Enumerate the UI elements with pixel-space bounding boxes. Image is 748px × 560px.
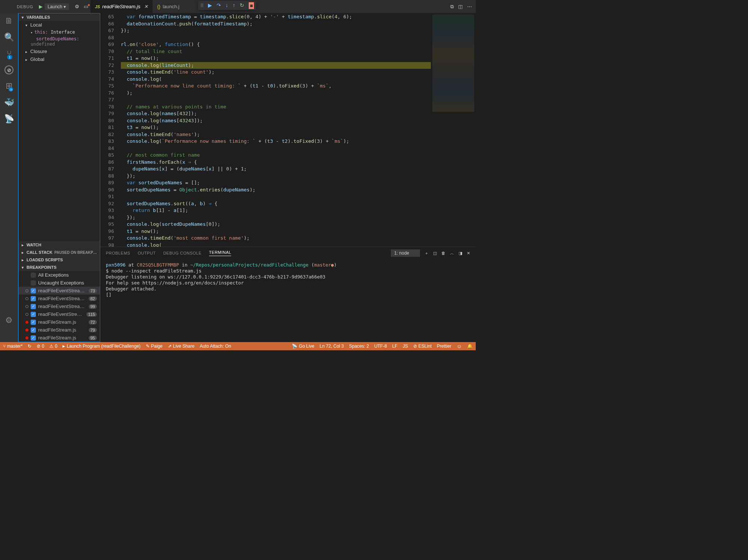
var-sorteddupenames[interactable]: sortedDupeNames: undefined	[19, 36, 100, 47]
sb-autoattach[interactable]: Auto Attach: On	[200, 344, 231, 349]
bp-all-exceptions[interactable]: All Exceptions	[19, 271, 100, 279]
breakpoint-toggle-icon[interactable]: ▭	[82, 4, 91, 9]
code-editor[interactable]: 6566676869707172737475767778798081828384…	[100, 13, 476, 247]
sb-golive[interactable]: 📡 Go Live	[292, 344, 314, 349]
sb-paige[interactable]: ✎ Paige	[146, 344, 163, 349]
sb-feedback[interactable]: ☺	[457, 343, 462, 349]
sb-spaces[interactable]: Spaces: 2	[349, 344, 369, 349]
closure-scope[interactable]: Closure	[19, 47, 100, 55]
sb-liveshare[interactable]: ⇗ Live Share	[168, 344, 194, 349]
editor-area: 6566676869707172737475767778798081828384…	[100, 13, 476, 342]
line-gutter[interactable]: 6566676869707172737475767778798081828384…	[100, 13, 121, 247]
breakpoint-item[interactable]: ✓readFileEventStrea…82	[19, 295, 100, 302]
js-icon: JS	[95, 4, 100, 9]
editor-actions: ⧉ ◫ ⋯	[450, 4, 476, 10]
global-scope[interactable]: Global	[19, 55, 100, 63]
tab-launch-json[interactable]: {} launch.j	[153, 0, 184, 13]
debug-label: DEBUG	[0, 4, 37, 9]
variables-header[interactable]: VARIABLES	[19, 13, 100, 21]
bp-indicator-icon	[25, 305, 28, 308]
sb-prettier[interactable]: Prettier	[437, 344, 451, 349]
more-icon[interactable]: ⋯	[467, 4, 472, 10]
breakpoint-item[interactable]: ✓readFileEventStre…115	[19, 310, 100, 318]
gear-icon[interactable]: ⚙	[73, 4, 82, 9]
new-terminal-icon[interactable]: ＋	[424, 250, 429, 256]
tab-output[interactable]: OUTPUT	[138, 251, 156, 255]
bp-indicator-icon	[25, 313, 28, 316]
debug-icon[interactable]: ⊘	[4, 65, 13, 74]
loaded-scripts-header[interactable]: LOADED SCRIPTS	[19, 256, 100, 264]
extensions-icon[interactable]: ⊞◷	[6, 81, 12, 91]
terminal-select[interactable]: 1: node	[391, 249, 420, 257]
breakpoints-header[interactable]: BREAKPOINTS	[19, 264, 100, 271]
sb-position[interactable]: Ln 72, Col 3	[320, 344, 344, 349]
drag-handle-icon[interactable]: ⁞⁞	[200, 2, 203, 9]
close-panel-icon[interactable]: ✕	[467, 251, 470, 256]
code-content[interactable]: var formattedTimestamp = timestamp.slice…	[121, 13, 431, 247]
checkbox[interactable]: ✓	[31, 327, 36, 333]
minimap[interactable]	[431, 13, 476, 247]
restart-icon[interactable]: ↻	[240, 2, 244, 9]
compare-icon[interactable]: ⧉	[450, 4, 454, 10]
liveshare-icon[interactable]: 📡	[4, 114, 14, 124]
checkbox[interactable]: ✓	[31, 312, 36, 317]
checkbox[interactable]	[31, 280, 36, 286]
close-icon[interactable]: ✕	[144, 4, 148, 9]
bp-indicator-icon	[25, 297, 28, 300]
sb-bell[interactable]: 🔔	[467, 344, 473, 349]
sb-errors[interactable]: ⊘ 0	[37, 344, 44, 349]
sb-lang[interactable]: JS	[403, 344, 408, 349]
json-icon: {}	[157, 4, 160, 9]
launch-config-select[interactable]: Launch ▾	[45, 3, 69, 10]
step-out-icon[interactable]: ↑	[233, 2, 235, 9]
debug-toolbar[interactable]: ⁞⁞ ▶ ↷ ↓ ↑ ↻ ■	[198, 1, 256, 10]
explorer-icon[interactable]: 🗎	[5, 16, 13, 26]
move-panel-icon[interactable]: ◨	[459, 251, 462, 256]
tab-problems[interactable]: PROBLEMS	[106, 251, 130, 255]
breakpoint-item[interactable]: ✓readFileStream.js72	[19, 318, 100, 326]
var-this[interactable]: this: Interface	[19, 29, 100, 36]
checkbox[interactable]: ✓	[31, 288, 36, 293]
checkbox[interactable]	[31, 273, 36, 278]
sb-eslint[interactable]: ⊘ ESLint	[413, 344, 432, 349]
checkbox[interactable]: ✓	[31, 335, 36, 341]
scm-icon[interactable]: ⑂1	[7, 49, 12, 59]
activity-bar: 🗎 🔍 ⑂1 ⊘ ⊞◷ 🐳 📡 ⚙	[0, 13, 18, 342]
bp-indicator-icon	[25, 321, 28, 324]
start-debug-icon[interactable]: ▶	[37, 4, 45, 9]
step-over-icon[interactable]: ↷	[217, 2, 221, 9]
watch-header[interactable]: WATCH	[19, 241, 100, 249]
sb-encoding[interactable]: UTF-8	[374, 344, 387, 349]
tab-terminal[interactable]: TERMINAL	[209, 250, 232, 256]
settings-icon[interactable]: ⚙	[5, 316, 13, 325]
continue-icon[interactable]: ▶	[208, 2, 212, 9]
checkbox[interactable]: ✓	[31, 320, 36, 325]
maximize-icon[interactable]: ︿	[450, 250, 454, 256]
sb-branch[interactable]: ⑂ master*	[3, 344, 22, 349]
step-into-icon[interactable]: ↓	[226, 2, 228, 9]
search-icon[interactable]: 🔍	[4, 33, 14, 42]
sb-eol[interactable]: LF	[392, 344, 398, 349]
breakpoint-item[interactable]: ✓readFileStream.js95	[19, 334, 100, 342]
sb-sync[interactable]: ↻	[28, 344, 31, 349]
tab-readfilestream[interactable]: JS readFileStream.js ✕	[91, 0, 153, 13]
split-terminal-icon[interactable]: ◫	[433, 251, 437, 256]
tab-debug-console[interactable]: DEBUG CONSOLE	[163, 251, 201, 255]
checkbox[interactable]: ✓	[31, 296, 36, 301]
callstack-header[interactable]: CALL STACKPAUSED ON BREAKP…	[19, 249, 100, 256]
bp-indicator-icon	[25, 329, 28, 332]
stop-icon[interactable]: ■	[249, 2, 254, 9]
terminal-content[interactable]: pxn5096 at C02SQ5LBGTFMMBP in ~/Repos/pe…	[100, 259, 476, 342]
bp-uncaught[interactable]: Uncaught Exceptions	[19, 279, 100, 287]
docker-icon[interactable]: 🐳	[4, 98, 14, 107]
checkbox[interactable]: ✓	[31, 304, 36, 309]
breakpoint-item[interactable]: ✓readFileEventStrea…99	[19, 302, 100, 310]
split-icon[interactable]: ◫	[458, 4, 463, 10]
kill-terminal-icon[interactable]: 🗑	[441, 251, 445, 255]
local-scope[interactable]: Local	[19, 21, 100, 29]
breakpoint-item[interactable]: ✓readFileStream.js79	[19, 326, 100, 334]
sb-launch[interactable]: Launch Program (readFileChallenge)	[62, 344, 140, 349]
sb-warnings[interactable]: ⚠ 0	[49, 344, 57, 349]
status-bar: ⑂ master* ↻ ⊘ 0 ⚠ 0 Launch Program (read…	[0, 342, 476, 350]
breakpoint-item[interactable]: ✓readFileEventStrea…73	[19, 287, 100, 295]
